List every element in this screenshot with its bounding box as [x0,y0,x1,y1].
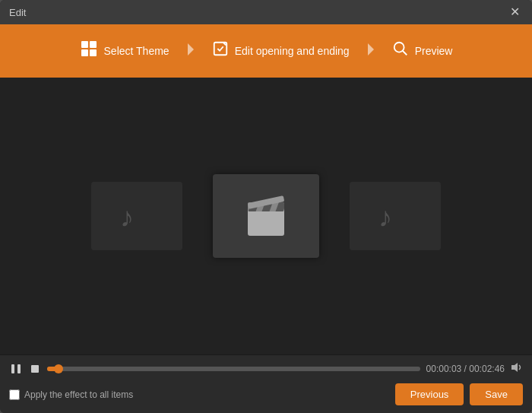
svg-rect-20 [11,364,14,373]
edit-opening-label: Edit opening and ending [235,45,350,57]
svg-text:♪: ♪ [378,202,392,233]
center-thumbnail [213,174,319,258]
title-bar: Edit ✕ [0,0,532,24]
svg-rect-0 [81,41,88,48]
toolbar-select-theme[interactable]: Select Theme [68,40,182,62]
previous-button[interactable]: Previous [395,383,464,405]
footer-row: Apply the effect to all items Previous S… [9,379,523,413]
footer-buttons: Previous Save [395,383,523,405]
left-thumbnail: ♪ [91,182,182,250]
preview-label: Preview [415,45,453,57]
toolbar: Select Theme Edit opening and ending [0,24,532,78]
close-button[interactable]: ✕ [507,5,523,20]
svg-marker-4 [188,43,194,56]
svg-rect-3 [90,49,97,56]
apply-effect-checkbox[interactable] [9,389,20,400]
svg-rect-14 [242,198,247,216]
svg-line-9 [402,51,407,56]
grid-icon [80,40,98,62]
progress-bar[interactable] [47,367,420,371]
media-container: ♪ [0,78,532,354]
svg-rect-11 [248,208,284,236]
window-title: Edit [9,7,26,18]
search-icon [392,40,409,62]
svg-marker-7 [368,43,374,56]
select-theme-label: Select Theme [104,45,169,57]
pause-button[interactable] [9,362,23,376]
svg-point-8 [394,43,404,52]
svg-rect-21 [17,364,21,373]
playback-row: 00:00:03 / 00:02:46 [9,355,523,379]
progress-fill [47,367,59,371]
stop-button[interactable] [29,363,41,375]
volume-icon[interactable] [511,361,523,376]
save-button[interactable]: Save [470,383,523,405]
progress-thumb [54,364,63,373]
apply-effect-checkbox-label[interactable]: Apply the effect to all items [9,389,133,400]
svg-rect-1 [90,41,97,48]
svg-rect-22 [31,365,39,373]
svg-rect-2 [81,49,88,56]
toolbar-edit-opening[interactable]: Edit opening and ending [200,40,362,62]
apply-effect-label: Apply the effect to all items [24,389,133,400]
separator-2 [362,40,380,62]
time-display: 00:00:03 / 00:02:46 [426,364,505,374]
toolbar-preview[interactable]: Preview [380,40,465,62]
right-thumbnail: ♪ [350,182,441,250]
svg-marker-23 [511,363,518,372]
preview-area: ♪ [0,78,532,354]
svg-text:♪: ♪ [120,202,134,233]
main-window: Edit ✕ Select Theme [0,0,532,413]
edit-icon [212,40,229,62]
separator-1 [182,40,200,62]
bottom-bar: 00:00:03 / 00:02:46 Apply the effect to … [0,354,532,413]
